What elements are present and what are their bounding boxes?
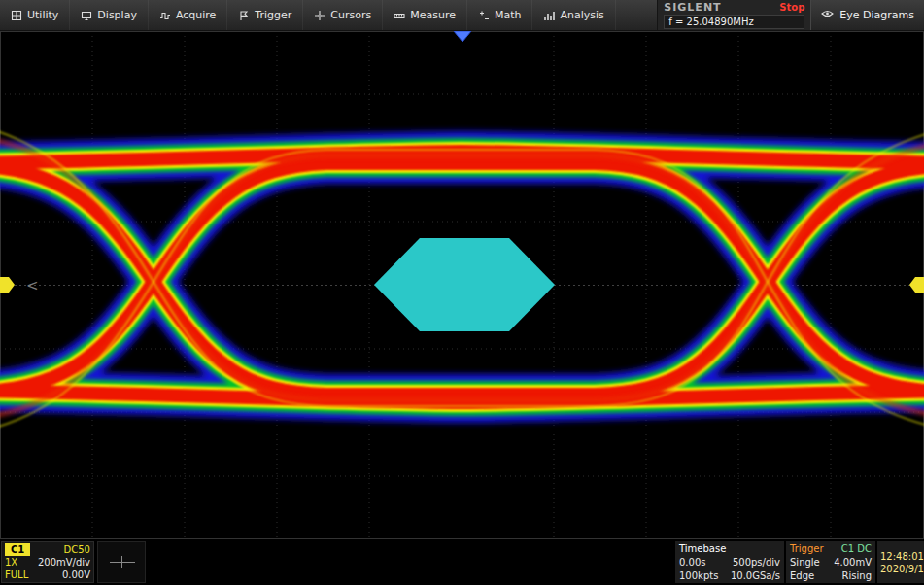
clock-date: 2020/9/1 [880,564,921,574]
trigger-source: C1 DC [841,542,872,555]
channel-bandwidth: FULL [5,568,28,581]
menu-item-analysis[interactable]: Analysis [532,0,615,30]
channel-descriptor[interactable]: C1 DC50 1X 200mV/div FULL 0.00V [1,541,94,583]
offset-indicator [97,541,146,583]
menu-item-trigger[interactable]: Trigger [227,0,303,30]
menu-item-label: Math [495,9,522,21]
menu-item-measure[interactable]: Measure [383,0,467,30]
channel-attenuation: 1X [5,556,17,568]
acquisition-status[interactable]: Stop [779,2,804,13]
trigger-level-marker-left[interactable] [0,277,15,292]
menubar: Utility Display Acquire Trigger Cursors [0,0,924,31]
menu-item-label: Trigger [255,9,291,21]
math-icon [478,10,490,21]
acquisition-status-box: SIGLENT Stop f = 25.04890MHz [657,0,810,30]
trigger-level-marker-right[interactable] [909,277,924,292]
waveform-display[interactable]: < [0,31,924,539]
menu-item-label: Analysis [560,9,603,21]
acquire-icon [159,10,171,21]
eye-icon [821,8,834,22]
eye-diagrams-button[interactable]: Eye Diagrams [810,0,924,30]
offset-crosshair-icon [110,562,135,563]
status-bar: C1 DC50 1X 200mV/div FULL 0.00V Timebase… [0,539,924,585]
statusbar-spacer [146,541,675,583]
timebase-scale: 500ps/div [733,556,780,568]
menu-item-label: Acquire [176,9,216,21]
timebase-panel[interactable]: Timebase 0.00s 500ps/div 100kpts 10.0GSa… [675,541,784,583]
trigger-icon [238,10,250,21]
trigger-panel[interactable]: Trigger C1 DC Single 4.00mV Edge Rising [786,541,875,583]
offset-crosshair-icon-vertical [121,556,122,568]
menu-item-cursors[interactable]: Cursors [303,0,383,30]
menu-item-math[interactable]: Math [467,0,533,30]
channel-vertical-scale: 200mV/div [38,556,90,568]
mask-hexagon [374,238,555,331]
measure-icon [394,10,405,21]
timebase-title: Timebase [679,542,780,555]
menu-item-label: Display [97,9,137,21]
trigger-position-marker[interactable] [454,31,471,42]
utility-icon [11,10,22,21]
menu-item-display[interactable]: Display [70,0,149,30]
trigger-type: Edge [790,569,814,582]
menu-item-label: Utility [27,9,58,21]
brand-logo: SIGLENT [664,1,721,14]
menu-item-label: Measure [410,9,456,21]
trigger-title: Trigger [790,542,824,555]
trigger-slope: Rising [842,569,872,582]
menubar-right-cluster: SIGLENT Stop f = 25.04890MHz Eye Diagram… [657,0,924,30]
oscilloscope-ui: Utility Display Acquire Trigger Cursors [0,0,924,585]
timebase-sample-rate: 10.0GSa/s [731,569,780,582]
menu-item-label: Cursors [330,9,371,21]
timebase-memory: 100kpts [679,569,718,582]
frequency-counter: f = 25.04890MHz [664,15,804,29]
channel-offset: 0.00V [62,568,90,581]
trigger-mode: Single [790,556,820,568]
timebase-delay: 0.00s [679,556,705,568]
analysis-icon [543,10,555,21]
eye-diagrams-label: Eye Diagrams [839,9,914,21]
cursors-icon [314,10,325,21]
eye-diagram-plot: < [0,31,924,539]
menu-item-acquire[interactable]: Acquire [149,0,227,30]
display-icon [81,10,92,21]
pan-hint-glyph: < [26,277,39,294]
trigger-level: 4.00mV [834,556,872,568]
clock: 12:48:01 2020/9/1 [877,541,924,583]
clock-time: 12:48:01 [880,551,921,562]
channel-name-badge[interactable]: C1 [5,543,30,556]
menu-item-utility[interactable]: Utility [0,0,70,30]
channel-coupling: DC50 [64,543,90,556]
